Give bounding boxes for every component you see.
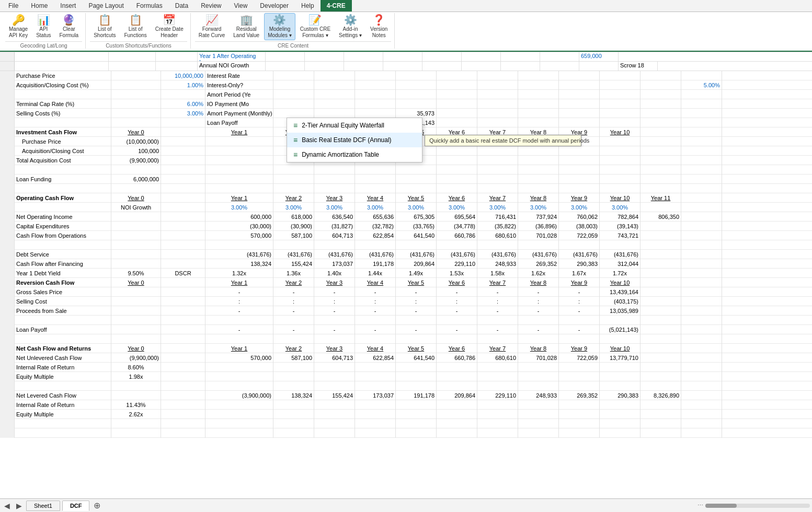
- table-cell[interactable]: -: [273, 325, 314, 334]
- table-cell[interactable]: (431,676): [559, 250, 600, 259]
- table-cell[interactable]: [477, 410, 518, 419]
- table-cell[interactable]: [559, 165, 600, 174]
- table-cell[interactable]: [273, 109, 314, 118]
- table-cell[interactable]: [600, 372, 641, 381]
- table-cell[interactable]: [477, 90, 518, 99]
- tab-4cre[interactable]: 4-CRE: [321, 0, 352, 11]
- table-cell[interactable]: [161, 344, 205, 353]
- table-cell[interactable]: Year 0: [111, 278, 161, 287]
- table-cell[interactable]: [205, 419, 273, 428]
- table-cell[interactable]: [681, 146, 722, 156]
- table-cell[interactable]: [396, 428, 437, 438]
- table-cell[interactable]: [681, 391, 722, 400]
- table-cell[interactable]: [600, 90, 641, 99]
- table-cell[interactable]: [437, 381, 477, 391]
- table-cell[interactable]: [0, 193, 15, 203]
- table-cell[interactable]: [437, 419, 477, 428]
- table-cell[interactable]: [161, 381, 205, 391]
- table-cell[interactable]: [477, 240, 518, 250]
- table-cell[interactable]: [111, 391, 161, 400]
- table-cell[interactable]: IO Payment (Mo: [205, 99, 273, 109]
- tab-formulas[interactable]: Formulas: [130, 0, 169, 11]
- table-cell[interactable]: [0, 419, 15, 428]
- table-cell[interactable]: 760,062: [559, 212, 600, 222]
- table-cell[interactable]: [111, 184, 161, 193]
- table-cell[interactable]: :: [396, 297, 437, 306]
- table-cell[interactable]: [641, 165, 681, 174]
- table-cell[interactable]: -: [559, 325, 600, 334]
- table-cell[interactable]: 13,439,164: [600, 287, 641, 297]
- table-cell[interactable]: [314, 381, 355, 391]
- table-cell[interactable]: 604,713: [314, 231, 355, 240]
- table-cell[interactable]: [518, 419, 559, 428]
- table-cell[interactable]: [273, 90, 314, 99]
- table-cell[interactable]: [161, 259, 205, 269]
- table-cell[interactable]: 10,000,000: [161, 71, 205, 80]
- table-cell[interactable]: Year 1: [205, 344, 273, 353]
- table-cell[interactable]: 3.00%: [273, 203, 314, 212]
- table-cell[interactable]: [314, 240, 355, 250]
- table-cell[interactable]: [396, 372, 437, 381]
- table-cell[interactable]: [559, 381, 600, 391]
- table-cell[interactable]: (431,676): [355, 250, 396, 259]
- table-cell[interactable]: 701,028: [518, 353, 559, 363]
- table-cell[interactable]: [0, 325, 15, 334]
- table-cell[interactable]: [161, 334, 205, 344]
- table-cell[interactable]: Loan Payoff: [205, 118, 273, 127]
- table-cell[interactable]: [314, 372, 355, 381]
- table-cell[interactable]: 3.00%: [205, 203, 273, 212]
- table-cell[interactable]: Year 10: [600, 344, 641, 353]
- table-cell[interactable]: [559, 334, 600, 344]
- table-cell[interactable]: -: [314, 325, 355, 334]
- table-cell[interactable]: [559, 109, 600, 118]
- table-cell[interactable]: [681, 71, 722, 80]
- table-cell[interactable]: [161, 353, 205, 363]
- table-cell[interactable]: [600, 174, 641, 184]
- table-cell[interactable]: [477, 419, 518, 428]
- table-cell[interactable]: (9,900,000): [111, 353, 161, 363]
- table-cell[interactable]: [681, 212, 722, 222]
- table-cell[interactable]: 8,326,890: [641, 391, 681, 400]
- table-cell[interactable]: Selling Cost: [15, 297, 111, 306]
- table-cell[interactable]: [641, 334, 681, 344]
- table-cell[interactable]: 9.50%: [111, 269, 161, 278]
- table-cell[interactable]: -: [205, 287, 273, 297]
- table-cell[interactable]: Selling Costs (%): [15, 109, 111, 118]
- table-cell[interactable]: [161, 278, 205, 287]
- table-cell[interactable]: [355, 419, 396, 428]
- table-cell[interactable]: [0, 269, 15, 278]
- table-cell[interactable]: 722,059: [559, 231, 600, 240]
- table-cell[interactable]: [15, 428, 111, 438]
- table-cell[interactable]: [396, 71, 437, 80]
- table-cell[interactable]: [477, 118, 518, 127]
- table-cell[interactable]: [355, 90, 396, 99]
- table-cell[interactable]: [161, 316, 205, 325]
- table-cell[interactable]: [518, 428, 559, 438]
- table-cell[interactable]: [355, 334, 396, 344]
- table-cell[interactable]: [641, 109, 681, 118]
- table-cell[interactable]: Cash Flow from Operations: [15, 231, 111, 240]
- table-cell[interactable]: [641, 316, 681, 325]
- table-cell[interactable]: 248,933: [518, 391, 559, 400]
- table-cell[interactable]: [161, 193, 205, 203]
- table-cell[interactable]: [161, 156, 205, 165]
- table-cell[interactable]: [477, 363, 518, 372]
- table-cell[interactable]: Acquisition/Closing Cost (%): [15, 80, 111, 90]
- table-cell[interactable]: [437, 372, 477, 381]
- table-cell[interactable]: (30,000): [205, 222, 273, 231]
- table-cell[interactable]: [15, 203, 111, 212]
- table-cell[interactable]: [273, 334, 314, 344]
- table-cell[interactable]: -: [396, 306, 437, 316]
- table-cell[interactable]: 1.32x: [205, 269, 273, 278]
- table-cell[interactable]: [641, 410, 681, 419]
- table-cell[interactable]: 5.00%: [681, 80, 722, 90]
- table-cell[interactable]: -: [273, 287, 314, 297]
- table-cell[interactable]: [161, 391, 205, 400]
- table-cell[interactable]: Net Unlevered Cash Flow: [15, 353, 111, 363]
- tab-insert[interactable]: Insert: [54, 0, 82, 11]
- table-cell[interactable]: 290,383: [559, 259, 600, 269]
- table-cell[interactable]: Year 5: [396, 193, 437, 203]
- table-cell[interactable]: [681, 306, 722, 316]
- table-cell[interactable]: :: [477, 297, 518, 306]
- table-cell[interactable]: [111, 231, 161, 240]
